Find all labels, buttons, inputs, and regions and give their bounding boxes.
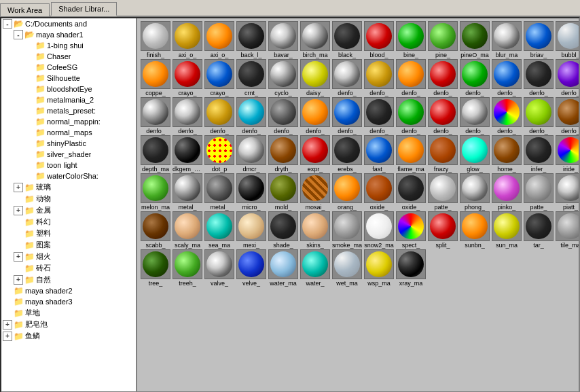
shader-item-13[interactable]: bubbl_ bbox=[555, 21, 579, 58]
shader-item-96[interactable]: smoke_ma bbox=[331, 211, 363, 249]
tree-item-fire[interactable]: +📁烟火 bbox=[1, 251, 136, 262]
shader-item-74[interactable]: metal_ bbox=[204, 173, 235, 211]
shader-item-1[interactable]: axi_o_ bbox=[172, 21, 203, 58]
tree-item-cofeesg[interactable]: 📁CofeeSG bbox=[1, 62, 136, 73]
shader-item-95[interactable]: skins_ bbox=[300, 211, 331, 249]
tree-item-maya-shader1[interactable]: -📂maya shader1 bbox=[1, 29, 136, 40]
shader-item-22[interactable]: cyclo_ bbox=[268, 59, 299, 96]
shader-item-56[interactable]: dot_p bbox=[204, 135, 235, 173]
shader-item-40[interactable]: denfo_ bbox=[268, 97, 299, 135]
shader-item-59[interactable]: expr_ bbox=[300, 135, 331, 173]
tree-item-patterns[interactable]: 📁图案 bbox=[1, 239, 136, 251]
shader-item-114[interactable]: wet_ma bbox=[331, 249, 363, 287]
shader-item-76[interactable]: mold_ bbox=[268, 173, 299, 211]
tree-item-glass[interactable]: +📁玻璃 bbox=[1, 181, 136, 193]
shader-item-79[interactable]: oxide_ bbox=[363, 173, 395, 211]
shader-item-44[interactable]: denfo_ bbox=[395, 97, 427, 135]
shader-item-67[interactable]: iride_ bbox=[555, 135, 579, 173]
shader-item-55[interactable]: dkgem_ma bbox=[172, 135, 203, 173]
shader-item-115[interactable]: wsp_ma bbox=[363, 249, 395, 287]
tree-toggle[interactable]: + bbox=[14, 275, 23, 285]
shader-item-63[interactable]: fnazy_ bbox=[427, 135, 458, 173]
tree-toggle[interactable]: + bbox=[14, 206, 23, 215]
shader-item-77[interactable]: mosai_ bbox=[300, 173, 331, 211]
tree-item-soap[interactable]: +📁肥皂泡 bbox=[1, 319, 136, 330]
shader-item-83[interactable]: pinko_ bbox=[491, 173, 522, 211]
tree-item-maya-shader2[interactable]: 📁maya shader2 bbox=[1, 285, 136, 296]
tree-item-nature[interactable]: +📁自然 bbox=[1, 274, 136, 285]
tree-item-silver_shader[interactable]: 📁silver_shader bbox=[1, 149, 136, 160]
shader-item-73[interactable]: metal_ bbox=[172, 173, 203, 211]
shader-item-36[interactable]: denfo_ bbox=[140, 97, 171, 135]
shader-item-47[interactable]: denfo_ bbox=[491, 97, 522, 135]
tree-item-watercolorsha[interactable]: 📁waterColorSha: bbox=[1, 171, 136, 181]
tree-item-normal_maps[interactable]: 📁normal_maps bbox=[1, 127, 136, 138]
shader-item-62[interactable]: flame_ma bbox=[395, 135, 427, 173]
shader-item-42[interactable]: denfo_ bbox=[331, 97, 363, 135]
shader-item-81[interactable]: patte_ bbox=[427, 173, 458, 211]
shader-item-66[interactable]: infer_ bbox=[523, 135, 554, 173]
tree-item-metalmania_2[interactable]: 📁metalmania_2 bbox=[1, 94, 136, 105]
tree-toggle[interactable]: + bbox=[3, 332, 12, 341]
shader-item-5[interactable]: birch_ma bbox=[300, 21, 331, 58]
shader-item-20[interactable]: crayo_ bbox=[204, 59, 235, 96]
tree-item-shinyplastic[interactable]: 📁shinyPlastic bbox=[1, 138, 136, 149]
tree-item-toon-light[interactable]: 📁toon light bbox=[1, 160, 136, 171]
shader-item-11[interactable]: blur_ma bbox=[491, 21, 522, 58]
shader-item-64[interactable]: glow_ bbox=[459, 135, 490, 173]
shader-item-60[interactable]: erebs_ bbox=[331, 135, 363, 173]
shader-item-80[interactable]: oxide_ bbox=[395, 173, 427, 211]
tab-shader-library[interactable]: Shader Librar... bbox=[51, 2, 117, 16]
shader-item-21[interactable]: crnt_ bbox=[236, 59, 267, 96]
shader-item-24[interactable]: denfo_ bbox=[331, 59, 363, 96]
shader-item-37[interactable]: denfo_ bbox=[172, 97, 203, 135]
shader-item-2[interactable]: axi_o_ bbox=[204, 21, 235, 58]
shader-item-43[interactable]: denfo_ bbox=[363, 97, 395, 135]
shader-item-100[interactable]: sunbn_ bbox=[459, 211, 490, 249]
shader-item-54[interactable]: depth_ma bbox=[140, 135, 171, 173]
shader-item-6[interactable]: black_ bbox=[331, 21, 363, 58]
shader-item-93[interactable]: mexi_ bbox=[236, 211, 267, 249]
shader-item-28[interactable]: denfo_ bbox=[459, 59, 490, 96]
file-tree[interactable]: -📂C:/Documents and-📂maya shader1📁1-bing … bbox=[1, 18, 137, 391]
shader-item-23[interactable]: daisy_ bbox=[300, 59, 331, 96]
shader-item-9[interactable]: pine_ bbox=[427, 21, 458, 58]
tree-item-metals[interactable]: +📁金属 bbox=[1, 204, 136, 216]
shader-item-8[interactable]: bine_ bbox=[395, 21, 427, 58]
shader-item-41[interactable]: denfo_ bbox=[300, 97, 331, 135]
shader-item-92[interactable]: sea_ma bbox=[204, 211, 235, 249]
tree-toggle[interactable]: + bbox=[14, 183, 23, 192]
shader-item-101[interactable]: sun_ma bbox=[491, 211, 522, 249]
shader-item-98[interactable]: spect_ bbox=[395, 211, 427, 249]
shader-item-29[interactable]: denfo_ bbox=[491, 59, 522, 96]
tree-toggle[interactable]: - bbox=[14, 30, 23, 39]
tree-item-animals[interactable]: 📁动物 bbox=[1, 193, 136, 204]
tree-item-normal_mappings[interactable]: 📁normal_mappin: bbox=[1, 116, 136, 127]
shader-item-116[interactable]: xray_ma bbox=[395, 249, 427, 287]
shader-item-18[interactable]: coppe_ bbox=[140, 59, 171, 96]
tree-item-scifi[interactable]: 📁科幻 bbox=[1, 216, 136, 228]
shader-item-113[interactable]: water_ bbox=[300, 249, 331, 287]
tree-toggle[interactable]: + bbox=[3, 320, 12, 329]
shader-item-4[interactable]: bavar_ bbox=[268, 21, 299, 58]
shader-item-57[interactable]: dmcr_ bbox=[236, 135, 267, 173]
shader-item-0[interactable]: finish_ bbox=[140, 21, 171, 58]
shader-item-65[interactable]: home_ bbox=[491, 135, 522, 173]
shader-item-39[interactable]: denfo_ bbox=[236, 97, 267, 135]
shader-item-58[interactable]: dryth_ bbox=[268, 135, 299, 173]
tree-item-1-bing-shui[interactable]: 📁1-bing shui bbox=[1, 40, 136, 51]
tree-item-silhouette[interactable]: 📁Silhouette bbox=[1, 73, 136, 84]
shader-item-30[interactable]: denfo_ bbox=[523, 59, 554, 96]
shader-item-108[interactable]: tree_ bbox=[140, 249, 171, 287]
tree-item-chaser[interactable]: 📁Chaser bbox=[1, 51, 136, 62]
shader-item-72[interactable]: melon_ma bbox=[140, 173, 171, 211]
tree-item-root[interactable]: -📂C:/Documents and bbox=[1, 18, 136, 29]
shader-item-75[interactable]: micro_ bbox=[236, 173, 267, 211]
shader-item-46[interactable]: denfo_ bbox=[459, 97, 490, 135]
tree-toggle[interactable]: + bbox=[14, 252, 23, 262]
shader-item-49[interactable]: denfo_ bbox=[555, 97, 579, 135]
tree-item-bloodshoteye[interactable]: 📁bloodshotEye bbox=[1, 84, 136, 94]
shader-item-97[interactable]: snow2_ma bbox=[363, 211, 395, 249]
tab-work-area[interactable]: Work Area bbox=[0, 3, 50, 16]
shader-item-25[interactable]: denfo_ bbox=[363, 59, 395, 96]
